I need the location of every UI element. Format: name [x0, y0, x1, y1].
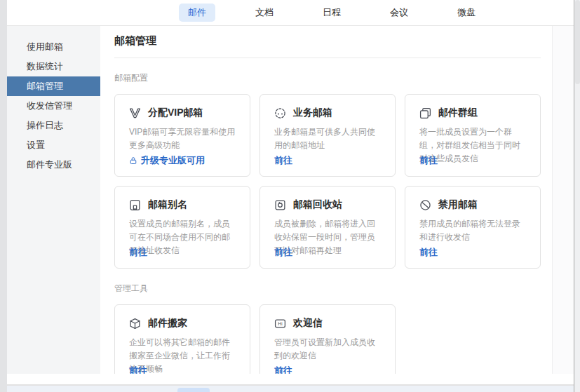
- package-box-icon: [129, 318, 141, 330]
- shared-mailbox-icon: [274, 107, 286, 119]
- card-business-mailbox: 业务邮箱 业务邮箱是可供多人共同使用的邮箱地址 前往: [259, 94, 396, 177]
- sidebar-item-statistics[interactable]: 数据统计: [7, 57, 100, 76]
- card-disable-mailbox: 禁用邮箱 禁用成员的邮箱将无法登录和进行收发信 前往: [405, 186, 541, 269]
- page-title: 邮箱管理: [114, 34, 541, 58]
- mailbox-config-grid: 分配VIP邮箱 VIP邮箱可享无限容量和使用更多高级功能 升级专业版可用: [114, 94, 541, 269]
- top-navigation: 邮件 文档 日程 会议 微盘: [7, 0, 574, 26]
- card-vip-mailbox: 分配VIP邮箱 VIP邮箱可享无限容量和使用更多高级功能 升级专业版可用: [114, 94, 250, 177]
- left-edge-strip: [0, 0, 7, 392]
- go-link[interactable]: 前往: [419, 246, 438, 259]
- card-title: 邮件群组: [438, 107, 478, 119]
- card-mail-group: 邮件群组 将一批成员设置为一个群组，对群组发信相当于同时对这些成员发信 前往: [405, 94, 541, 177]
- go-link[interactable]: 前往: [274, 365, 292, 374]
- ban-icon: [419, 199, 431, 211]
- card-desc: 禁用成员的邮箱将无法登录和进行收发信: [419, 217, 527, 244]
- card-title: 欢迎信: [293, 317, 323, 330]
- card-title: 禁用邮箱: [438, 198, 478, 211]
- admin-tools-grid: 邮件搬家 企业可以将其它邮箱的邮件搬家至企业微信，让工作衔接更顺畅 前往 Hi: [114, 304, 541, 374]
- svg-text:Hi: Hi: [278, 321, 283, 327]
- hi-letter-icon: Hi: [274, 318, 286, 330]
- lock-icon: [129, 156, 137, 165]
- card-desc: 业务邮箱是可供多人共同使用的邮箱地址: [274, 126, 382, 152]
- content-panel: 邮箱管理 邮箱配置 分配VIP邮箱 VIP邮箱可享无限容量和使用更多高级功能: [100, 26, 552, 374]
- go-link[interactable]: 前往: [274, 246, 292, 259]
- card-mailbox-alias: 邮箱别名 设置成员的邮箱别名，成员可在不同场合使用不同的邮箱地址收发信 前往: [114, 186, 250, 269]
- content-right-gutter: [552, 26, 574, 374]
- vip-v-icon: [129, 107, 141, 119]
- card-title: 邮箱回收站: [293, 198, 342, 211]
- vertical-scrollbar[interactable]: [574, 0, 580, 392]
- card-title: 邮件搬家: [148, 317, 187, 330]
- admin-window: 邮件 文档 日程 会议 微盘 使用邮箱 数据统计 邮箱管理 收发信管理 操作日志…: [7, 0, 574, 386]
- mailbox-alias-icon: [129, 199, 141, 211]
- go-link[interactable]: 前往: [419, 154, 438, 167]
- go-link[interactable]: 前往: [129, 365, 147, 374]
- tab-drive[interactable]: 微盘: [448, 4, 485, 22]
- card-title: 业务邮箱: [293, 107, 332, 119]
- sidebar-item-operation-log[interactable]: 操作日志: [7, 116, 100, 135]
- card-welcome-letter: Hi 欢迎信 管理员可设置新加入成员收到的欢迎信 前往: [259, 304, 396, 374]
- recycle-bin-icon: [274, 199, 286, 211]
- sidebar: 使用邮箱 数据统计 邮箱管理 收发信管理 操作日志 设置 邮件专业版: [7, 26, 100, 374]
- tab-schedule[interactable]: 日程: [313, 4, 350, 22]
- sidebar-item-settings[interactable]: 设置: [7, 135, 100, 155]
- screen: 邮件 文档 日程 会议 微盘 使用邮箱 数据统计 邮箱管理 收发信管理 操作日志…: [0, 0, 580, 392]
- go-link[interactable]: 前往: [274, 154, 292, 167]
- card-desc: 管理员可设置新加入成员收到的欢迎信: [274, 336, 382, 363]
- section-label-mailbox-config: 邮箱配置: [114, 72, 541, 84]
- tab-mail[interactable]: 邮件: [179, 4, 215, 22]
- card-mailbox-recycle-bin: 邮箱回收站 成员被删除，邮箱将进入回收站保留一段时间，管理员可以对邮箱再处理 前…: [259, 186, 396, 269]
- card-title: 邮箱别名: [148, 198, 187, 211]
- sidebar-item-mailbox-management[interactable]: 邮箱管理: [7, 76, 100, 96]
- go-link[interactable]: 前往: [129, 246, 147, 259]
- main-area: 使用邮箱 数据统计 邮箱管理 收发信管理 操作日志 设置 邮件专业版 邮箱管理 …: [7, 26, 574, 374]
- card-title: 分配VIP邮箱: [148, 107, 203, 119]
- tab-meeting[interactable]: 会议: [381, 4, 417, 22]
- card-desc: VIP邮箱可享无限容量和使用更多高级功能: [129, 126, 237, 152]
- card-mail-migration: 邮件搬家 企业可以将其它邮箱的邮件搬家至企业微信，让工作衔接更顺畅 前往: [114, 304, 250, 374]
- sidebar-item-mail-pro[interactable]: 邮件专业版: [7, 155, 100, 175]
- scrollbar-thumb[interactable]: [575, 0, 580, 84]
- mail-group-icon: [419, 107, 431, 119]
- upgrade-pro-link[interactable]: 升级专业版可用: [129, 154, 205, 167]
- sidebar-item-use-mailbox[interactable]: 使用邮箱: [7, 37, 100, 57]
- clipped-bottom-button[interactable]: [177, 388, 210, 392]
- sidebar-item-send-receive[interactable]: 收发信管理: [7, 96, 100, 116]
- section-label-admin-tools: 管理工具: [114, 283, 541, 295]
- tab-docs[interactable]: 文档: [246, 4, 283, 22]
